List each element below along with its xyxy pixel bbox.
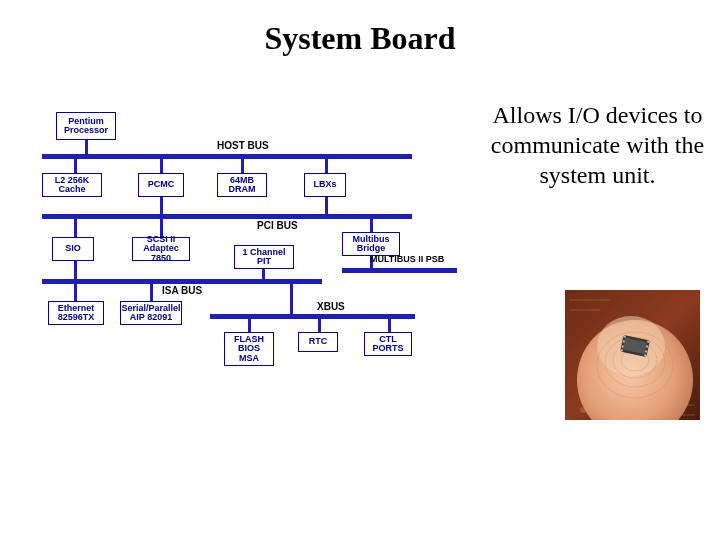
chip-on-fingertip-photo bbox=[565, 290, 700, 420]
body-text: Allows I/O devices to communicate with t… bbox=[485, 100, 710, 190]
svg-rect-22 bbox=[644, 354, 646, 356]
block-serpar: Serial/ParallelAIP 82091 bbox=[120, 301, 182, 325]
stub bbox=[74, 219, 77, 237]
block-pit: 1 ChannelPIT bbox=[234, 245, 294, 269]
stub bbox=[248, 319, 251, 332]
bus-isa bbox=[42, 279, 322, 284]
stub bbox=[388, 319, 391, 332]
block-flash: FLASHBIOSMSA bbox=[224, 332, 274, 366]
block-dram: 64MBDRAM bbox=[217, 173, 267, 197]
block-pcmc: PCMC bbox=[138, 173, 184, 197]
svg-rect-15 bbox=[624, 335, 626, 337]
block-scsi: SCSI IIAdaptec 7850 bbox=[132, 237, 190, 261]
stub bbox=[160, 197, 163, 214]
bus-host-label: HOST BUS bbox=[217, 140, 269, 151]
svg-rect-16 bbox=[622, 340, 624, 342]
stub bbox=[325, 197, 328, 214]
svg-rect-18 bbox=[621, 349, 623, 351]
svg-rect-20 bbox=[646, 345, 648, 347]
stub bbox=[74, 159, 77, 173]
block-lbxs: LBXs bbox=[304, 173, 346, 197]
stub bbox=[325, 159, 328, 173]
stub bbox=[318, 319, 321, 332]
block-sio: SIO bbox=[52, 237, 94, 261]
stub bbox=[290, 284, 293, 314]
bus-xbus bbox=[210, 314, 415, 319]
block-rtc: RTC bbox=[298, 332, 338, 352]
block-cpu: PentiumProcessor bbox=[56, 112, 116, 140]
bus-xbus-label: XBUS bbox=[317, 301, 345, 312]
bus-pci bbox=[42, 214, 412, 219]
stub bbox=[150, 284, 153, 301]
stub bbox=[262, 269, 265, 279]
stub bbox=[74, 261, 77, 279]
bus-host bbox=[42, 154, 412, 159]
block-ethernet: Ethernet82596TX bbox=[48, 301, 104, 325]
svg-rect-17 bbox=[621, 345, 623, 347]
svg-rect-19 bbox=[647, 340, 649, 342]
system-board-diagram: PentiumProcessor HOST BUS L2 256KCache P… bbox=[42, 112, 472, 442]
bus-isa-label: ISA BUS bbox=[162, 285, 202, 296]
stub bbox=[370, 219, 373, 232]
page-title: System Board bbox=[0, 20, 720, 57]
bus-pci-label: PCI BUS bbox=[257, 220, 298, 231]
block-cache: L2 256KCache bbox=[42, 173, 102, 197]
stub bbox=[85, 140, 88, 154]
block-ctl: CTLPORTS bbox=[364, 332, 412, 356]
stub bbox=[74, 284, 77, 301]
bus-multibus-label: MULTIBUS II PSB bbox=[370, 254, 444, 264]
stub bbox=[160, 159, 163, 173]
block-bridge: MultibusBridge bbox=[342, 232, 400, 256]
slide: System Board Allows I/O devices to commu… bbox=[0, 0, 720, 540]
bus-multibus bbox=[342, 268, 457, 273]
stub bbox=[241, 159, 244, 173]
svg-rect-21 bbox=[645, 350, 647, 352]
